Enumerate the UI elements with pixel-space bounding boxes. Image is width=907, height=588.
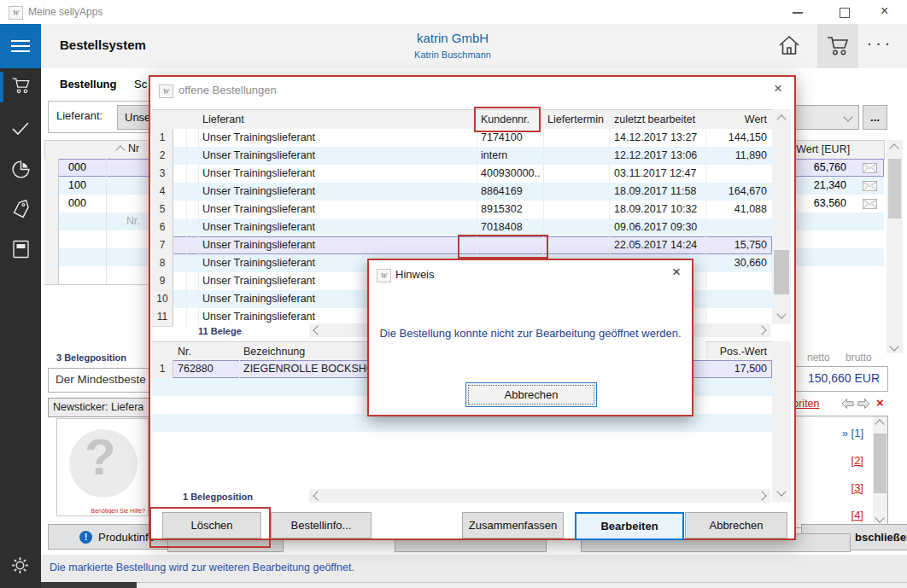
- scroll-right-icon[interactable]: [758, 327, 765, 334]
- status-message: Die markierte Bestellung wird zur weiter…: [50, 562, 354, 573]
- close-icon[interactable]: ×: [774, 80, 782, 97]
- zusammenfassen-button[interactable]: Zusammenfassen: [462, 512, 564, 539]
- dialog-title: offene Bestellungen: [178, 84, 277, 96]
- page-link-active[interactable]: » [1]: [842, 427, 863, 440]
- scroll-up-icon[interactable]: [891, 145, 898, 152]
- table-row: [786, 266, 884, 284]
- bearbeiten-button[interactable]: Bearbeiten: [575, 512, 684, 540]
- brutto-label[interactable]: brutto: [846, 352, 872, 364]
- close-icon[interactable]: ×: [881, 3, 888, 19]
- sidebar-item-katalog[interactable]: [11, 239, 31, 259]
- tab-bestellung[interactable]: Bestellung: [60, 78, 116, 90]
- order-row[interactable]: 6 Unser Trainingslieferant 7018408 09.06…: [152, 218, 772, 236]
- total-value-box: 150,660 EUR: [786, 366, 888, 392]
- dialog-logo-icon: W: [377, 269, 391, 282]
- minimize-icon[interactable]: [793, 12, 803, 14]
- bestellinfo-button[interactable]: Bestellinfo...: [271, 512, 372, 539]
- listbox-scrollbar[interactable]: [873, 416, 887, 526]
- col-nr[interactable]: Nr.: [173, 341, 240, 362]
- position-row: [152, 414, 772, 432]
- page-link[interactable]: [4]: [851, 509, 863, 521]
- order-row-selected[interactable]: 7 Unser Trainingslieferant 22.05.2017 14…: [152, 236, 772, 254]
- scroll-left-icon[interactable]: [314, 327, 321, 334]
- sidebar-item-angebote[interactable]: [10, 200, 32, 221]
- positions-hscrollbar[interactable]: [309, 489, 770, 503]
- pie-chart-icon: [10, 159, 32, 180]
- page-link[interactable]: [3]: [851, 481, 863, 494]
- scroll-thumb[interactable]: [874, 434, 887, 493]
- ellipsis-icon[interactable]: · · ·: [868, 38, 891, 51]
- netto-label[interactable]: netto: [807, 352, 830, 364]
- positions-scrollbar[interactable]: [772, 341, 791, 502]
- col-kundennr[interactable]: Kundennr.: [477, 109, 544, 131]
- arrow-right-icon[interactable]: [857, 398, 870, 410]
- home-button[interactable]: [777, 33, 801, 57]
- loeschen-button[interactable]: Löschen: [162, 512, 261, 539]
- scroll-down-icon[interactable]: [891, 343, 898, 350]
- check-icon: [10, 119, 31, 138]
- belege-count: 11 Belege: [198, 326, 242, 336]
- envelope-icon: [863, 199, 877, 209]
- scroll-down-icon[interactable]: [778, 488, 785, 495]
- col-bearbeitet[interactable]: zuletzt bearbeitet: [610, 109, 706, 131]
- sidebar-item-bestellungen[interactable]: [10, 75, 32, 96]
- chevron-down-icon: [845, 114, 851, 120]
- order-row[interactable]: 1 Unser Trainingslieferant 7174100 14.12…: [152, 129, 772, 147]
- sidebar-item-freigaben[interactable]: [10, 119, 31, 138]
- orders-scrollbar[interactable]: [772, 109, 791, 324]
- order-row[interactable]: 5 Unser Trainingslieferant 8915302 18.09…: [152, 201, 772, 218]
- hinweis-message: Die Bestellung konnte nicht zur Bearbeit…: [369, 327, 692, 340]
- help-link[interactable]: Benötigen Sie Hilfe?: [91, 508, 145, 514]
- order-row[interactable]: 3 Unser Trainingslieferant 400930000.. 0…: [152, 165, 772, 183]
- close-icon[interactable]: ×: [672, 264, 681, 281]
- sidebar-item-statistik[interactable]: [10, 159, 32, 180]
- scroll-thumb[interactable]: [774, 250, 789, 294]
- table-row[interactable]: 63,560: [786, 195, 884, 212]
- scroll-up-icon[interactable]: [778, 116, 785, 123]
- window-titlebar: W Meine sellyApps ×: [0, 0, 907, 24]
- abbrechen-button[interactable]: Abbrechen: [685, 512, 787, 539]
- page-link[interactable]: [2]: [851, 454, 863, 467]
- settings-button[interactable]: [9, 555, 31, 576]
- pages-listbox: » [1] [2] [3] [4]: [786, 416, 888, 528]
- tab-schnellerfassung[interactable]: Sc: [134, 78, 147, 90]
- order-row[interactable]: 2 Unser Trainingslieferant intern 12.12.…: [152, 147, 772, 165]
- wert-col-header[interactable]: -Wert [EUR]: [786, 140, 858, 160]
- col-wert[interactable]: Wert: [705, 109, 773, 131]
- hinweis-abbrechen-button[interactable]: Abbrechen: [465, 382, 597, 407]
- scroll-right-icon[interactable]: [758, 492, 765, 499]
- gear-icon: [9, 555, 31, 576]
- table-row: [786, 212, 884, 230]
- table-row[interactable]: 65,760: [786, 159, 884, 177]
- arrow-left-icon[interactable]: [841, 398, 854, 410]
- scroll-left-icon[interactable]: [314, 492, 321, 499]
- active-item-indicator: [0, 72, 3, 102]
- maximize-icon[interactable]: [840, 8, 850, 18]
- beleg-count-label: 3 Belegposition: [56, 352, 126, 363]
- cart-icon: [10, 75, 32, 96]
- company-name: katrin GmbH: [325, 31, 581, 45]
- cart-icon: [825, 34, 851, 58]
- scroll-down-icon[interactable]: [778, 311, 785, 317]
- browse-button[interactable]: ...: [863, 105, 887, 130]
- hinweis-dialog: W Hinweis × Die Bestellung konnte nicht …: [367, 259, 693, 416]
- cart-button[interactable]: [817, 24, 858, 68]
- help-image[interactable]: ? Benötigen Sie Hilfe?: [56, 418, 149, 516]
- scroll-thumb[interactable]: [888, 159, 901, 218]
- order-row[interactable]: 4 Unser Trainingslieferant 8864169 18.09…: [152, 183, 772, 201]
- scroll-down-icon[interactable]: [876, 515, 883, 521]
- bg-table-col-nr[interactable]: Nr: [128, 143, 139, 154]
- col-lieferant[interactable]: Lieferant: [198, 109, 477, 131]
- scroll-up-icon[interactable]: [876, 421, 883, 428]
- col-pos-wert[interactable]: Pos.-Wert: [705, 341, 773, 362]
- table-row[interactable]: 21,340: [786, 177, 884, 195]
- question-mark-icon: ?: [85, 428, 116, 486]
- gridline: [106, 159, 107, 284]
- main-scrollbar[interactable]: [887, 140, 903, 353]
- belegposition-count: 1 Belegposition: [183, 492, 253, 502]
- delete-favorite-icon[interactable]: ×: [876, 395, 884, 410]
- menu-button[interactable]: [0, 24, 41, 68]
- col-liefertermin[interactable]: Liefertermin: [543, 109, 614, 131]
- bottom-strip-dark: [41, 582, 137, 588]
- envelope-icon: [863, 163, 877, 173]
